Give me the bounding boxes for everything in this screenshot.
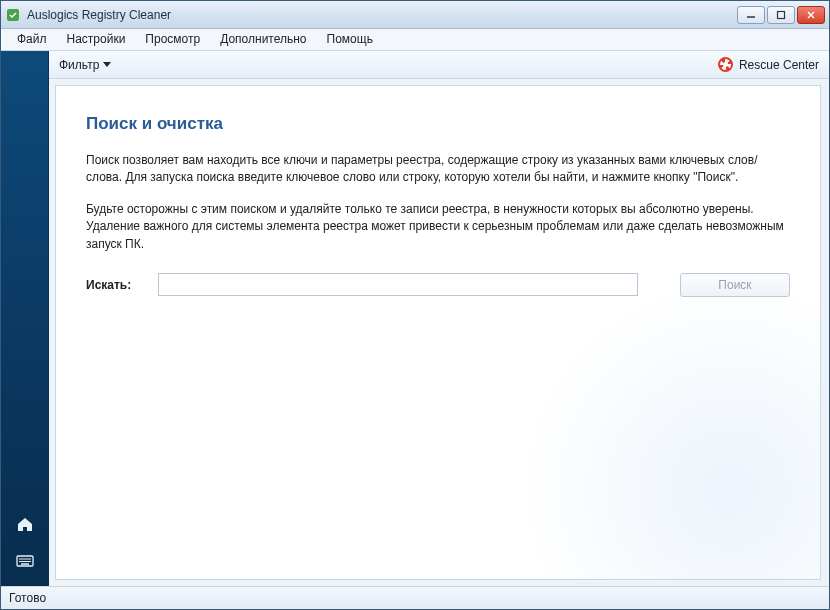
description-paragraph-2: Будьте осторожны с этим поиском и удаляй…: [86, 201, 790, 253]
window-controls: [737, 6, 825, 24]
chevron-down-icon: [103, 62, 111, 67]
app-window: Auslogics Registry Cleaner Файл Настройк…: [0, 0, 830, 610]
keyboard-icon[interactable]: [13, 550, 37, 574]
filter-label: Фильтр: [59, 58, 99, 72]
close-button[interactable]: [797, 6, 825, 24]
sidebar: [1, 51, 49, 586]
main-panel: Фильтр Rescue Center Поиск и очистка Пои…: [49, 51, 829, 586]
status-text: Готово: [9, 591, 46, 605]
minimize-button[interactable]: [737, 6, 765, 24]
rescue-label: Rescue Center: [739, 58, 819, 72]
page-title: Поиск и очистка: [86, 114, 790, 134]
app-icon: [5, 7, 21, 23]
maximize-button[interactable]: [767, 6, 795, 24]
content-area: Поиск и очистка Поиск позволяет вам нахо…: [55, 85, 821, 580]
svg-rect-2: [778, 11, 785, 18]
title-bar[interactable]: Auslogics Registry Cleaner: [1, 1, 829, 29]
menu-bar: Файл Настройки Просмотр Дополнительно По…: [1, 29, 829, 51]
menu-file[interactable]: Файл: [7, 29, 57, 50]
body-area: Фильтр Rescue Center Поиск и очистка Пои…: [1, 51, 829, 586]
rescue-center-link[interactable]: Rescue Center: [718, 57, 819, 72]
menu-help[interactable]: Помощь: [317, 29, 383, 50]
home-icon[interactable]: [13, 512, 37, 536]
status-bar: Готово: [1, 586, 829, 609]
search-label: Искать:: [86, 278, 146, 292]
menu-settings[interactable]: Настройки: [57, 29, 136, 50]
window-title: Auslogics Registry Cleaner: [27, 8, 737, 22]
description-paragraph-1: Поиск позволяет вам находить все ключи и…: [86, 152, 790, 187]
lifebuoy-icon: [718, 57, 733, 72]
toolbar: Фильтр Rescue Center: [49, 51, 829, 79]
menu-view[interactable]: Просмотр: [135, 29, 210, 50]
search-button[interactable]: Поиск: [680, 273, 790, 297]
search-row: Искать: Поиск: [86, 273, 790, 297]
filter-dropdown[interactable]: Фильтр: [59, 58, 111, 72]
menu-advanced[interactable]: Дополнительно: [210, 29, 316, 50]
search-input[interactable]: [158, 273, 638, 296]
